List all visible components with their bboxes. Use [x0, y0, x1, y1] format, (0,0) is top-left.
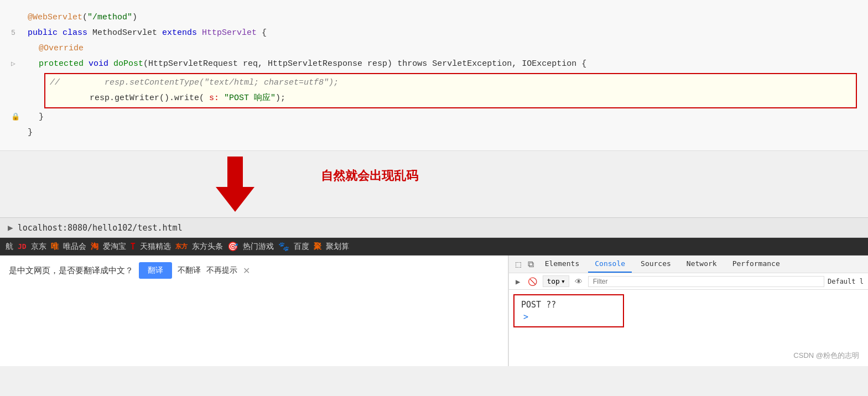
filter-input[interactable] — [588, 276, 824, 287]
close-button[interactable]: ✕ — [243, 265, 250, 276]
copy-icon[interactable]: ⧉ — [526, 256, 536, 273]
getwriter-code: resp.getWriter().write( — [50, 91, 209, 106]
top-label: top — [547, 277, 559, 285]
page-wrapper: @WebServlet("/method") 5 public class Me… — [0, 0, 868, 366]
bookmark-tianmao[interactable]: 天猫精选 — [140, 242, 171, 252]
browser-bookmarks: 航 JD 京东 唯 唯品会 淘 爱淘宝 T 天猫精选 东方 东方头条 🎯 热门游… — [0, 238, 868, 256]
closing-paren: ); — [276, 91, 285, 106]
translate-prompt: 是中文网页，是否要翻译成中文？ 翻译 不翻译 不再提示 ✕ — [9, 262, 250, 279]
arrow-head — [216, 187, 254, 212]
console-output-text: POST ?? — [521, 300, 616, 310]
play-icon[interactable]: ▶ — [513, 276, 522, 287]
eye-icon[interactable]: 👁 — [573, 276, 585, 287]
code-line-4: ▷ protected void doPost (HttpServletRequ… — [11, 56, 857, 72]
string-value: "POST 响应" — [224, 91, 276, 106]
string-s-label: s: — [209, 91, 224, 106]
devtools-toolbar: ▶ 🚫 top ▾ 👁 Default l — [509, 273, 868, 290]
kw-class: class — [63, 25, 92, 41]
translate-button[interactable]: 翻译 — [139, 262, 172, 279]
kw-extends: extends — [162, 25, 202, 41]
arrow-shaft — [227, 157, 243, 187]
browser-address-bar: ▶ localhost:8080/hello102/test.html — [0, 218, 868, 238]
code-line-1: @WebServlet("/method") — [11, 10, 857, 25]
bookmark-wei[interactable]: 唯 — [51, 242, 59, 252]
bookmark-dongfangtoutiao[interactable]: 东方头条 — [192, 242, 223, 252]
code-line-2: 5 public class MethodServlet extends Htt… — [11, 25, 857, 41]
bookmark-dongfang-icon[interactable]: 东方 — [175, 242, 188, 251]
browser-main: 是中文网页，是否要翻译成中文？ 翻译 不翻译 不再提示 ✕ ⬚ ⧉ Elemen… — [0, 256, 868, 366]
bookmark-tao[interactable]: 淘 — [91, 242, 98, 252]
code-default: ("/method") — [82, 10, 137, 25]
tab-performance[interactable]: Performance — [726, 256, 787, 273]
lock-icon: 🔒 — [11, 110, 28, 125]
no-translate-button[interactable]: 不翻译 — [178, 265, 201, 275]
bookmark-hotgame[interactable]: 热门游戏 — [243, 242, 274, 252]
override-annotation: @Override — [28, 41, 84, 56]
address-arrow: ▶ — [8, 222, 13, 233]
throws-kw: throws — [397, 56, 432, 72]
bookmark-juhuasuan[interactable]: 聚划算 — [326, 242, 349, 252]
top-selector[interactable]: top ▾ — [543, 275, 569, 287]
console-prompt[interactable]: > — [521, 312, 616, 322]
method-name: doPost — [113, 56, 143, 72]
brace-open: { — [257, 25, 267, 41]
comment: // resp.setContentType("text/html; chars… — [50, 75, 339, 91]
tab-console[interactable]: Console — [588, 256, 632, 273]
tab-network[interactable]: Network — [680, 256, 724, 273]
devtools-panel: ⬚ ⧉ Elements Console Sources Network Per… — [508, 256, 868, 366]
arrow-label: 自然就会出现乱码 — [321, 168, 418, 184]
kw-protected: protected — [28, 56, 89, 72]
line-num-5: 5 — [11, 25, 28, 41]
bookmark-aitaobao[interactable]: 爱淘宝 — [103, 242, 126, 252]
browser-url: localhost:8080/hello102/test.html — [18, 223, 183, 233]
method-params: (HttpServletRequest req, HttpServletResp… — [143, 56, 397, 72]
kw-public: public — [28, 25, 63, 41]
top-arrow: ▾ — [561, 277, 565, 285]
closing-brace-2: } — [11, 125, 857, 140]
bookmark-jingdong[interactable]: 京东 — [31, 242, 46, 252]
class-name: MethodServlet — [92, 25, 162, 41]
brace-close-2: } — [28, 125, 33, 140]
bookmark-baidu-icon[interactable]: 🐾 — [278, 241, 289, 252]
console-output-box: POST ?? > — [513, 294, 624, 327]
brace-close-1: } — [28, 110, 44, 125]
bookmark-baidu[interactable]: 百度 — [294, 242, 309, 252]
highlighted-block: // resp.setContentType("text/html; chars… — [44, 73, 857, 108]
tab-sources[interactable]: Sources — [634, 256, 678, 273]
cursor-icon[interactable]: ⬚ — [513, 256, 523, 273]
annotation-webservlet: @WebServlet — [28, 10, 82, 25]
line-num-empty2: ▷ — [11, 56, 28, 72]
closing-brace-1: 🔒 } — [11, 110, 857, 125]
bookmark-hang[interactable]: 航 — [6, 242, 13, 252]
kw-void: void — [89, 56, 113, 72]
browser-section: ▶ localhost:8080/hello102/test.html 航 JD… — [0, 217, 868, 366]
translate-prompt-text: 是中文网页，是否要翻译成中文？ — [9, 265, 133, 276]
class-extends: HttpServlet — [202, 25, 257, 41]
tab-elements[interactable]: Elements — [538, 256, 586, 273]
exception1: ServletException, IOException { — [432, 56, 586, 72]
arrow-section: 自然就会出现乱码 — [0, 151, 868, 217]
browser-page-content: 是中文网页，是否要翻译成中文？ 翻译 不翻译 不再提示 ✕ — [0, 256, 508, 366]
down-arrow — [216, 157, 254, 212]
devtools-tabs: ⬚ ⧉ Elements Console Sources Network Per… — [509, 256, 868, 273]
code-editor: @WebServlet("/method") 5 public class Me… — [0, 0, 868, 151]
csdn-credit: CSDN @粉色的志明 — [793, 351, 859, 361]
bookmark-ju[interactable]: 聚 — [314, 242, 321, 252]
bookmark-jd-icon[interactable]: JD — [18, 242, 27, 251]
default-level-label: Default l — [828, 278, 864, 285]
code-line-3: @Override — [11, 41, 857, 56]
block-icon[interactable]: 🚫 — [526, 276, 539, 287]
code-content: @WebServlet("/method") 5 public class Me… — [0, 6, 868, 145]
getwriter-line: resp.getWriter().write( s: "POST 响应" ); — [50, 91, 851, 106]
bookmark-t[interactable]: T — [131, 242, 136, 252]
no-remind-button[interactable]: 不再提示 — [206, 265, 237, 275]
bookmark-game-icon[interactable]: 🎯 — [227, 241, 238, 252]
bookmark-weipinhui[interactable]: 唯品会 — [63, 242, 86, 252]
comment-line: // resp.setContentType("text/html; chars… — [50, 75, 851, 91]
